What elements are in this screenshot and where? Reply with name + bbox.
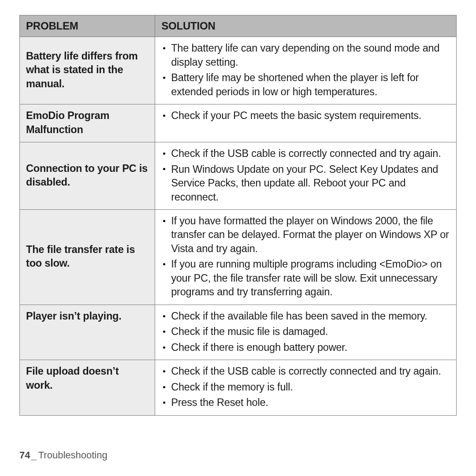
solution-item: If you are running multiple programs inc… [171,257,449,299]
table-row: Player isn’t playing. Check if the avail… [20,305,457,360]
header-solution: SOLUTION [155,15,457,37]
table-row: Battery life differs from what is stated… [20,37,457,104]
solution-item: Run Windows Update on your PC. Select Ke… [171,163,449,204]
solution-item: If you have formatted the player on Wind… [171,214,449,256]
solution-item: Check if the available file has been sav… [171,309,449,323]
problem-cell: File upload doesn’t work. [20,360,155,415]
solution-item: Press the Reset hole. [171,396,449,409]
section-title: Troubleshooting [38,450,108,461]
table-header-row: PROBLEM SOLUTION [20,15,457,37]
table-row: EmoDio Program Malfunction Check if your… [20,104,457,142]
table-row: Connection to your PC is disabled. Check… [20,142,457,210]
solution-item: Check if the USB cable is correctly conn… [171,147,449,160]
problem-cell: Player isn’t playing. [20,305,155,360]
page-number: 74 [19,450,30,461]
solution-cell: Check if your PC meets the basic system … [155,104,457,142]
solution-cell: If you have formatted the player on Wind… [155,210,457,305]
solution-item: Check if your PC meets the basic system … [171,109,449,123]
problem-cell: EmoDio Program Malfunction [20,104,155,142]
problem-cell: Connection to your PC is disabled. [20,142,155,210]
problem-cell: The file transfer rate is too slow. [20,210,155,305]
solution-item: Check if the memory is full. [171,380,449,394]
page-footer: 74_Troubleshooting [19,450,108,461]
table-row: File upload doesn’t work. Check if the U… [20,360,457,415]
table-row: The file transfer rate is too slow. If y… [20,210,457,305]
solution-cell: The battery life can vary depending on t… [155,37,457,104]
solution-item: The battery life can vary depending on t… [171,41,449,69]
solution-cell: Check if the USB cable is correctly conn… [155,360,457,415]
solution-item: Check if the USB cable is correctly conn… [171,364,449,378]
solution-item: Check if there is enough battery power. [171,341,449,354]
solution-cell: Check if the available file has been sav… [155,305,457,360]
solution-item: Battery life may be shortened when the p… [171,71,449,99]
problem-cell: Battery life differs from what is stated… [20,37,155,104]
solution-cell: Check if the USB cable is correctly conn… [155,142,457,210]
manual-page: PROBLEM SOLUTION Battery life differs fr… [0,0,476,476]
footer-separator: _ [30,450,38,461]
header-problem: PROBLEM [20,15,155,37]
solution-item: Check if the music file is damaged. [171,325,449,338]
troubleshooting-table: PROBLEM SOLUTION Battery life differs fr… [19,15,457,416]
